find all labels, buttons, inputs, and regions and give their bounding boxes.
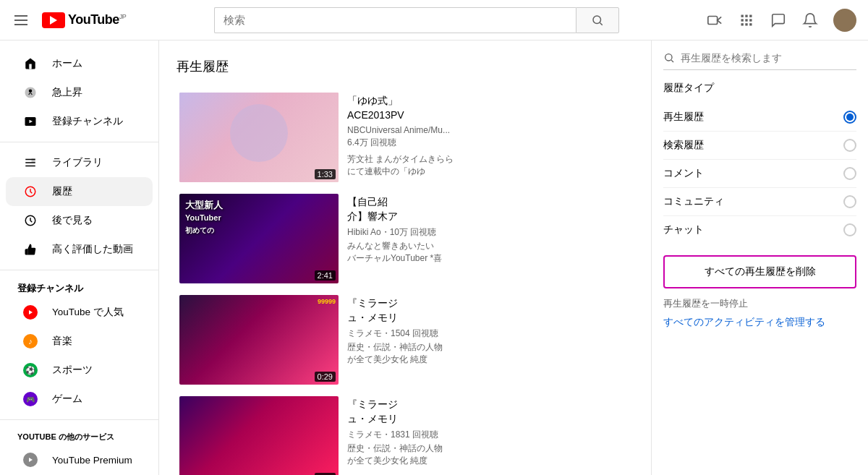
page-layout: ホーム 急上昇 登録チャンネル: [0, 40, 868, 475]
history-search-input[interactable]: [681, 52, 856, 64]
svg-rect-3: [741, 14, 744, 17]
video-item[interactable]: 大型新人YouTuber初めての 2:41 【自己紹 介】響木ア Hibiki …: [176, 191, 634, 286]
sidebar-trending-label: 急上昇: [52, 86, 82, 99]
video-title: 「ゆゆ式」 ACE2013PV: [347, 94, 631, 122]
video-item[interactable]: 99999 0:29 『ミラージ ュ・メモリ ミラメモ・1504 回視聴 歴史・…: [176, 292, 634, 388]
sidebar-item-library[interactable]: ライブラリ: [6, 148, 153, 177]
radio-chat-circle: [843, 223, 856, 236]
svg-point-12: [30, 90, 32, 92]
header-right: [706, 9, 856, 32]
sidebar-item-yt-popular[interactable]: YouTube で人気: [6, 298, 153, 327]
history-icon: [23, 184, 38, 199]
notification-icon[interactable]: [801, 12, 819, 29]
sidebar: ホーム 急上昇 登録チャンネル: [0, 40, 159, 475]
svg-rect-2: [708, 16, 718, 24]
page-title: 再生履歴: [176, 58, 634, 75]
svg-marker-19: [29, 458, 33, 462]
video-channel: NBCUniversal Anime/Mu...: [347, 125, 631, 135]
search-input[interactable]: [214, 7, 576, 33]
radio-community[interactable]: コミュニティ: [663, 188, 856, 216]
video-info: 「ゆゆ式」 ACE2013PV NBCUniversal Anime/Mu...…: [347, 93, 631, 182]
music-icon: ♪: [23, 334, 38, 348]
history-search-bar: [663, 52, 856, 70]
sidebar-item-watch-later[interactable]: 後で見る: [6, 206, 153, 235]
sidebar-item-history[interactable]: 履歴: [6, 177, 153, 206]
radio-comment-label: コメント: [663, 167, 704, 180]
youtube-logo-icon: [42, 12, 65, 28]
svg-rect-6: [741, 19, 744, 21]
header-left: YouTubeJP: [12, 12, 171, 28]
sidebar-yt-premium-label: YouTube Premium: [52, 455, 132, 466]
sidebar-item-games[interactable]: 🎮 ゲーム: [6, 385, 153, 414]
sidebar-item-trending[interactable]: 急上昇: [6, 78, 153, 107]
radio-play-circle: [843, 111, 856, 124]
delete-history-button[interactable]: すべての再生履歴を削除: [663, 255, 856, 288]
svg-line-26: [671, 60, 673, 62]
user-avatar[interactable]: [833, 9, 856, 32]
hamburger-menu[interactable]: [12, 12, 30, 28]
video-title: 【自己紹 介】響木ア: [347, 195, 631, 223]
video-info: 『ミラージ ュ・メモリ ミラメモ・1504 回視聴 歴史・伝説・神話の人物 が全…: [347, 295, 631, 385]
trending-icon: [23, 85, 38, 100]
sidebar-item-home[interactable]: ホーム: [6, 49, 153, 78]
svg-rect-11: [749, 23, 752, 25]
pause-history-link[interactable]: 再生履歴を一時停止: [663, 297, 856, 310]
header: YouTubeJP: [0, 0, 868, 40]
sidebar-item-liked[interactable]: 高く評価した動画: [6, 235, 153, 264]
radio-comment-circle: [843, 167, 856, 180]
manage-activity-link[interactable]: すべてのアクティビティを管理する: [663, 316, 856, 329]
logo-text: YouTubeJP: [68, 12, 126, 27]
radio-community-label: コミュニティ: [663, 195, 724, 208]
radio-comment[interactable]: コメント: [663, 160, 856, 188]
svg-rect-8: [749, 19, 752, 21]
main-content: 再生履歴 1:33 「ゆゆ式」 ACE2013PV NBCUniversal A…: [159, 40, 651, 475]
radio-group: 再生履歴 検索履歴 コメント コミュニティ チャット: [663, 103, 856, 244]
svg-rect-10: [745, 23, 747, 25]
video-duration: 2:41: [315, 270, 336, 281]
video-description: 歴史・伝説・神話の人物 が全て美少女化 純度: [347, 341, 631, 366]
video-views: 6.4万 回視聴: [347, 137, 631, 149]
sidebar-music-label: 音楽: [52, 335, 72, 348]
radio-chat-label: チャット: [663, 223, 704, 236]
video-channel: Hibiki Ao・10万 回視聴: [347, 226, 631, 239]
subscriptions-icon: [23, 114, 38, 129]
svg-rect-9: [741, 23, 744, 25]
svg-point-0: [593, 16, 601, 24]
svg-rect-5: [749, 14, 752, 17]
video-channel: ミラメモ・1831 回視聴: [347, 429, 631, 441]
sidebar-item-sports[interactable]: ⚽ スポーツ: [6, 356, 153, 385]
radio-play-history[interactable]: 再生履歴: [663, 103, 856, 132]
games-icon: 🎮: [23, 392, 38, 406]
sidebar-games-label: ゲーム: [52, 393, 82, 406]
sidebar-item-yt-premium[interactable]: YouTube Premium: [6, 445, 153, 474]
video-camera-icon[interactable]: [706, 12, 723, 29]
liked-icon: [23, 242, 38, 257]
sidebar-item-music[interactable]: ♪ 音楽: [6, 327, 153, 356]
video-item[interactable]: 1:33 「ゆゆ式」 ACE2013PV NBCUniversal Anime/…: [176, 90, 634, 185]
video-item[interactable]: 0:34 『ミラージ ュ・メモリ ミラメモ・1831 回視聴 歴史・伝説・神話の…: [176, 393, 634, 475]
sidebar-liked-label: 高く評価した動画: [52, 243, 133, 256]
video-description: 歴史・伝説・神話の人物 が全て美少女化 純度: [347, 442, 631, 467]
radio-chat[interactable]: チャット: [663, 216, 856, 244]
svg-marker-18: [29, 310, 33, 314]
sidebar-divider-3: [0, 419, 158, 420]
grid-icon[interactable]: [738, 12, 755, 29]
search-small-icon: [663, 52, 675, 64]
message-icon[interactable]: [770, 12, 787, 29]
search-button[interactable]: [576, 7, 619, 33]
svg-point-25: [665, 54, 672, 61]
video-thumbnail: 0:34: [179, 396, 339, 475]
sidebar-section-other-services: YOUTUBE の他のサービス: [0, 426, 158, 445]
sidebar-subscriptions-label: 登録チャンネル: [52, 115, 123, 128]
video-duration: 1:33: [315, 169, 336, 179]
radio-search-history[interactable]: 検索履歴: [663, 132, 856, 160]
video-info: 『ミラージ ュ・メモリ ミラメモ・1831 回視聴 歴史・伝説・神話の人物 が全…: [347, 396, 631, 475]
video-list: 1:33 「ゆゆ式」 ACE2013PV NBCUniversal Anime/…: [176, 90, 634, 475]
video-duration: 0:29: [315, 372, 336, 382]
video-description: 芳文社 まんがタイムきらら にて連載中の「ゆゆ: [347, 153, 631, 178]
logo-sup: JP: [119, 13, 127, 20]
yt-premium-icon: [23, 453, 38, 467]
sidebar-home-label: ホーム: [52, 57, 82, 70]
sidebar-item-subscriptions[interactable]: 登録チャンネル: [6, 107, 153, 136]
youtube-logo[interactable]: YouTubeJP: [42, 12, 126, 28]
